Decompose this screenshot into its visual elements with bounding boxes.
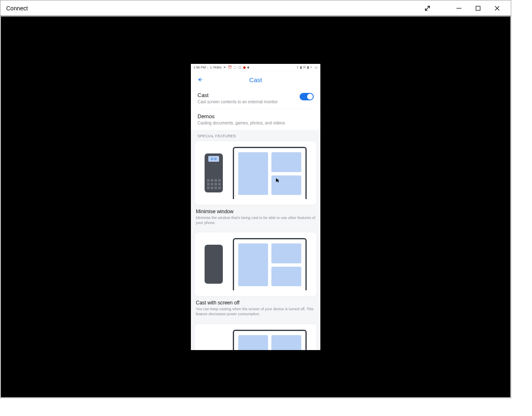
signal2-icon: ▮ xyxy=(307,66,309,69)
loop-icon: ⟳ xyxy=(303,66,306,69)
demos-desc: Casting documents, games, photos, and vi… xyxy=(198,120,310,126)
content-scroll[interactable]: Cast Cast screen contents to an external… xyxy=(191,88,320,350)
cursor-icon xyxy=(276,178,280,183)
status-time: 1:56 PM xyxy=(193,66,206,69)
titlebar[interactable]: Connect xyxy=(0,0,511,16)
demos-label: Demos xyxy=(198,113,310,119)
cast-row[interactable]: Cast Cast screen contents to an external… xyxy=(191,88,320,109)
feature-card-third xyxy=(194,324,317,350)
illus-monitor xyxy=(233,238,307,290)
back-icon[interactable] xyxy=(195,75,205,85)
illus-phone-keypad xyxy=(205,153,223,192)
video-icon: ■ xyxy=(247,66,249,69)
close-icon[interactable] xyxy=(488,1,507,16)
feature-card-minimise xyxy=(194,141,317,205)
screen-off-label: Cast with screen off xyxy=(196,300,315,306)
minimise-label: Minimise window xyxy=(196,209,315,214)
expand-icon[interactable] xyxy=(418,1,437,16)
illus-monitor xyxy=(233,147,307,199)
illus-monitor xyxy=(233,330,307,350)
svg-rect-1 xyxy=(476,6,480,10)
record-icon xyxy=(243,66,246,69)
page-title: Cast xyxy=(191,76,320,83)
whatsapp-icon: ◌ xyxy=(234,66,237,69)
app-header: Cast xyxy=(191,71,320,88)
minimize-icon[interactable] xyxy=(449,1,469,16)
battery-icon: ▭ xyxy=(315,66,318,69)
bluetooth-icon: ᛒ xyxy=(297,66,299,69)
illus-phone-blank xyxy=(205,245,223,284)
alarm-icon: ⏰ xyxy=(228,66,232,69)
window-title: Connect xyxy=(6,5,28,12)
cast-desc: Cast screen contents to an external moni… xyxy=(198,99,295,105)
cast-toggle[interactable] xyxy=(300,93,314,100)
notif-icon: ▢ xyxy=(238,66,242,69)
wifi-icon: ᯤ xyxy=(310,66,313,69)
screen-off-desc: You can keep casting when the screen of … xyxy=(196,307,315,316)
mute-icon: ✕ xyxy=(223,66,226,69)
cast-label: Cast xyxy=(198,92,295,98)
feature-caption-screen-off[interactable]: Cast with screen off You can keep castin… xyxy=(191,297,320,321)
phone-screen: 1:56 PM | 1.7KB/s ✕ ⏰ ◌ ▢ ■ ᛒ ▮ ⟳ ▮ ᯤ ▭ xyxy=(191,64,320,350)
signal1-icon: ▮ xyxy=(300,66,302,69)
status-bar: 1:56 PM | 1.7KB/s ✕ ⏰ ◌ ▢ ■ ᛒ ▮ ⟳ ▮ ᯤ ▭ xyxy=(191,64,320,71)
window-frame: Connect xyxy=(0,0,511,398)
feature-card-screen-off xyxy=(194,232,317,297)
section-header: SPECIAL FEATURES xyxy=(191,130,320,141)
feature-caption-minimise[interactable]: Minimise window Minimise the window that… xyxy=(191,205,320,230)
status-net-speed: 1.7KB/s xyxy=(210,66,222,69)
minimise-desc: Minimise the window that's being cast to… xyxy=(196,215,315,225)
projection-stage: 1:56 PM | 1.7KB/s ✕ ⏰ ◌ ▢ ■ ᛒ ▮ ⟳ ▮ ᯤ ▭ xyxy=(1,17,510,397)
maximize-icon[interactable] xyxy=(469,1,488,16)
demos-row[interactable]: Demos Casting documents, games, photos, … xyxy=(191,109,320,130)
